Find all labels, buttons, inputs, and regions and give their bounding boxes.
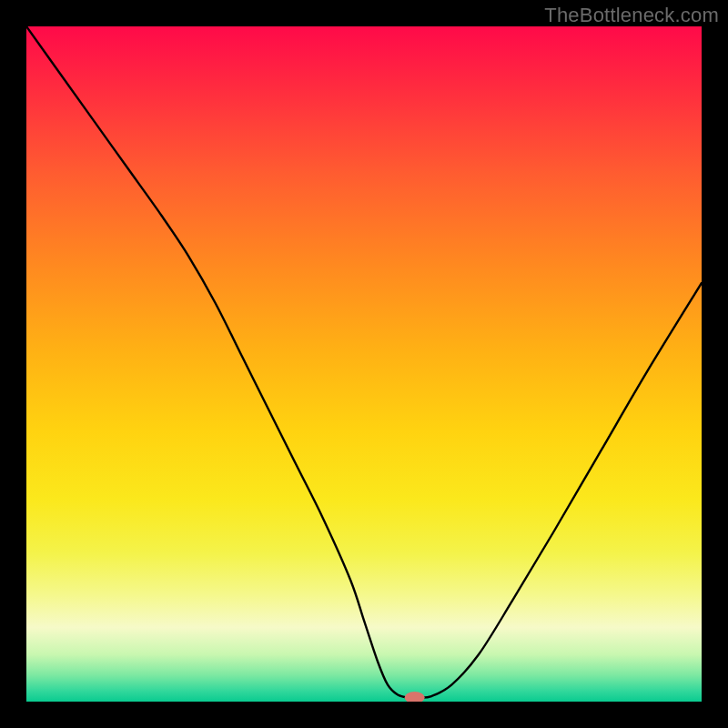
- plot-area: [26, 26, 702, 702]
- watermark-text: TheBottleneck.com: [544, 4, 719, 27]
- chart-frame: TheBottleneck.com: [0, 0, 728, 728]
- optimal-point-marker: [405, 692, 425, 702]
- bottleneck-curve: [26, 26, 702, 698]
- plot-svg: [26, 26, 702, 702]
